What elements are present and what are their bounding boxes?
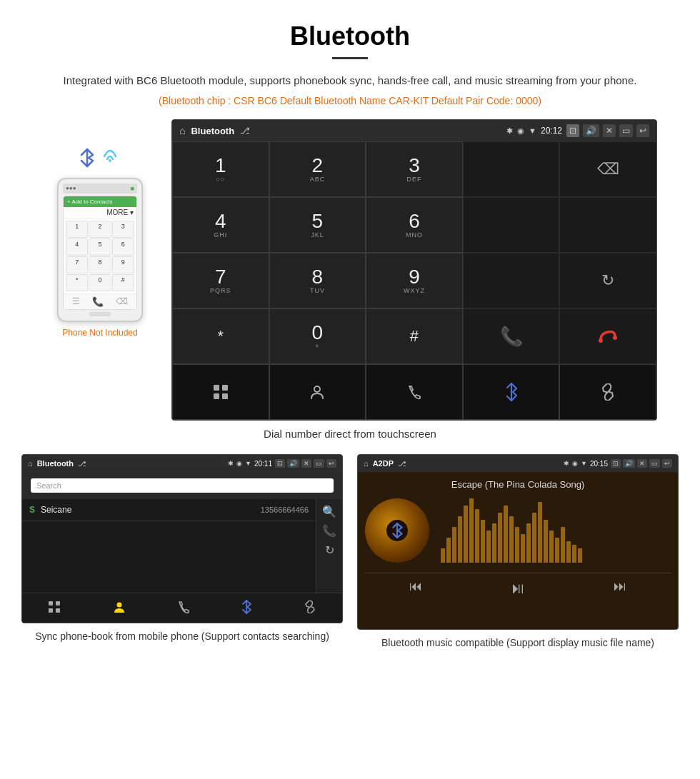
pb-bottom-phone[interactable] bbox=[177, 600, 190, 616]
close-action-icon[interactable]: ✕ bbox=[603, 124, 616, 137]
dial-call-green-cell[interactable]: 📞 bbox=[463, 308, 560, 364]
next-track-button[interactable]: ⏭ bbox=[614, 579, 626, 598]
dial-key-4[interactable]: 4 GHI bbox=[172, 197, 269, 253]
music-home-icon: ⌂ bbox=[364, 459, 369, 468]
music-scr-icon[interactable]: ▭ bbox=[649, 459, 660, 468]
music-cam-icon[interactable]: ⊡ bbox=[611, 459, 621, 468]
dial-caption: Dial number direct from touchscreen bbox=[0, 428, 700, 440]
music-statusbar: ⌂ A2DP ⎇ ✱ ◉ ▼ 20:15 ⊡ 🔊 ✕ ▭ ↩ bbox=[358, 455, 678, 472]
contact-number: 13566664466 bbox=[261, 506, 309, 514]
prev-track-button[interactable]: ⏮ bbox=[409, 579, 422, 598]
phone-not-included-label: Phone Not Included bbox=[62, 328, 137, 338]
music-time: 20:15 bbox=[590, 460, 608, 468]
music-song-title: Escape (The Pina Colada Song) bbox=[451, 479, 584, 490]
music-x-icon[interactable]: ✕ bbox=[637, 459, 647, 468]
location-icon: ◉ bbox=[517, 126, 524, 136]
page-title: Bluetooth bbox=[0, 21, 700, 51]
bottom-screenshots: ⌂ Bluetooth ⎇ ✱ ◉ ▼ 20:11 ⊡ 🔊 ✕ ▭ ↩ bbox=[21, 454, 679, 650]
music-title-bar: A2DP bbox=[373, 459, 394, 468]
music-vol-icon[interactable]: 🔊 bbox=[623, 459, 635, 468]
phone-device: ●●●■ + Add to Contacts MORE ▾ 123 456 78… bbox=[57, 178, 143, 322]
svg-rect-6 bbox=[222, 393, 228, 399]
dial-key-8[interactable]: 8 TUV bbox=[269, 253, 366, 308]
dial-key-3[interactable]: 3 DEF bbox=[366, 141, 463, 197]
phonebook-entry-seicane[interactable]: S Seicane 13566664466 bbox=[22, 499, 316, 521]
music-back-icon[interactable]: ↩ bbox=[662, 459, 672, 468]
phonebook-right-icons: 🔍 📞 ↻ bbox=[316, 499, 342, 593]
call-right-icon[interactable]: 📞 bbox=[322, 524, 336, 538]
pb-wifi-icon: ▼ bbox=[245, 460, 251, 467]
dial-empty-4 bbox=[463, 253, 560, 308]
dial-empty-1 bbox=[463, 141, 560, 197]
svg-rect-10 bbox=[56, 601, 60, 605]
phonebook-caption-line1: Sync phone-book from mobile phone (Suppo… bbox=[35, 630, 329, 642]
svg-point-2 bbox=[613, 336, 617, 340]
phonebook-list: S Seicane 13566664466 bbox=[22, 499, 316, 593]
pb-back-icon[interactable]: ↩ bbox=[326, 459, 336, 468]
main-screenshot-area: ●●●■ + Add to Contacts MORE ▾ 123 456 78… bbox=[21, 119, 679, 421]
dial-bottom-bluetooth[interactable] bbox=[463, 364, 560, 420]
music-main-area bbox=[365, 498, 671, 563]
dial-bottom-grid[interactable] bbox=[172, 364, 269, 420]
dial-reload[interactable]: ↻ bbox=[559, 253, 656, 308]
dial-key-hash[interactable]: # bbox=[366, 308, 463, 364]
pb-bt-icon: ✱ bbox=[228, 460, 234, 467]
music-wifi-icon: ▼ bbox=[581, 460, 587, 467]
pb-bottom-person[interactable] bbox=[113, 600, 126, 616]
contact-letter: S bbox=[29, 505, 41, 515]
dial-bottom-link[interactable] bbox=[559, 364, 656, 420]
pb-home-icon: ⌂ bbox=[28, 459, 33, 468]
phonebook-content: S Seicane 13566664466 🔍 📞 ↻ bbox=[22, 499, 342, 593]
search-placeholder: Search bbox=[36, 481, 61, 490]
back-action-icon[interactable]: ↩ bbox=[636, 124, 649, 137]
dial-key-6[interactable]: 6 MNO bbox=[366, 197, 463, 253]
play-pause-button[interactable]: ⏯ bbox=[510, 579, 526, 598]
search-right-icon[interactable]: 🔍 bbox=[322, 505, 336, 518]
pb-scr-icon[interactable]: ▭ bbox=[314, 459, 324, 468]
dial-key-1[interactable]: 1 ○○ bbox=[172, 141, 269, 197]
dial-bottom-person[interactable] bbox=[269, 364, 366, 420]
pb-bottom-grid[interactable] bbox=[48, 600, 61, 616]
pb-usb-icon: ⎇ bbox=[78, 460, 86, 468]
music-visualizer bbox=[441, 498, 671, 563]
dial-backspace[interactable]: ⌫ bbox=[559, 141, 656, 197]
dial-key-star[interactable]: * bbox=[172, 308, 269, 364]
svg-rect-4 bbox=[222, 385, 228, 391]
phonebook-bottom-bar bbox=[22, 593, 342, 623]
dial-key-5[interactable]: 5 JKL bbox=[269, 197, 366, 253]
wifi-status-icon: ▼ bbox=[529, 126, 536, 135]
phonebook-block: ⌂ Bluetooth ⎇ ✱ ◉ ▼ 20:11 ⊡ 🔊 ✕ ▭ ↩ bbox=[21, 454, 343, 650]
svg-point-13 bbox=[116, 602, 121, 607]
dial-call-red-cell[interactable] bbox=[559, 308, 656, 364]
svg-rect-5 bbox=[214, 393, 219, 399]
svg-rect-12 bbox=[56, 608, 60, 613]
dial-key-9[interactable]: 9 WXYZ bbox=[366, 253, 463, 308]
pb-cam-icon[interactable]: ⊡ bbox=[275, 459, 285, 468]
wifi-icon bbox=[99, 141, 121, 166]
dial-bottom-phone[interactable] bbox=[366, 364, 463, 420]
contact-name: Seicane bbox=[41, 505, 261, 515]
dial-key-2[interactable]: 2 ABC bbox=[269, 141, 366, 197]
pb-x-icon[interactable]: ✕ bbox=[301, 459, 311, 468]
music-caption: Bluetooth music compatible (Support disp… bbox=[381, 635, 654, 650]
camera-action-icon[interactable]: ⊡ bbox=[566, 124, 579, 137]
volume-action-icon[interactable]: 🔊 bbox=[583, 124, 599, 137]
svg-point-1 bbox=[599, 338, 603, 343]
dial-key-0[interactable]: 0 + bbox=[269, 308, 366, 364]
screen-action-icon[interactable]: ▭ bbox=[619, 124, 633, 137]
svg-rect-9 bbox=[49, 601, 53, 605]
phonebook-statusbar: ⌂ Bluetooth ⎇ ✱ ◉ ▼ 20:11 ⊡ 🔊 ✕ ▭ ↩ bbox=[22, 455, 342, 472]
pb-title: Bluetooth bbox=[37, 459, 74, 468]
pb-vol-icon[interactable]: 🔊 bbox=[287, 459, 299, 468]
phone-mockup-left: ●●●■ + Add to Contacts MORE ▾ 123 456 78… bbox=[43, 141, 157, 338]
phonebook-search-input[interactable]: Search bbox=[31, 478, 334, 493]
pb-bottom-bt[interactable] bbox=[241, 600, 251, 617]
svg-point-0 bbox=[109, 159, 111, 162]
music-controls: ⏮ ⏯ ⏭ bbox=[365, 573, 671, 603]
android-dial-screen: ⌂ Bluetooth ⎇ ✱ ◉ ▼ 20:12 ⊡ 🔊 ✕ ▭ ↩ bbox=[171, 119, 657, 421]
reload-right-icon[interactable]: ↻ bbox=[325, 543, 334, 557]
pb-bottom-link[interactable] bbox=[304, 600, 316, 616]
dial-key-7[interactable]: 7 PQRS bbox=[172, 253, 269, 308]
usb-icon: ⎇ bbox=[240, 126, 250, 136]
album-art bbox=[365, 498, 429, 563]
